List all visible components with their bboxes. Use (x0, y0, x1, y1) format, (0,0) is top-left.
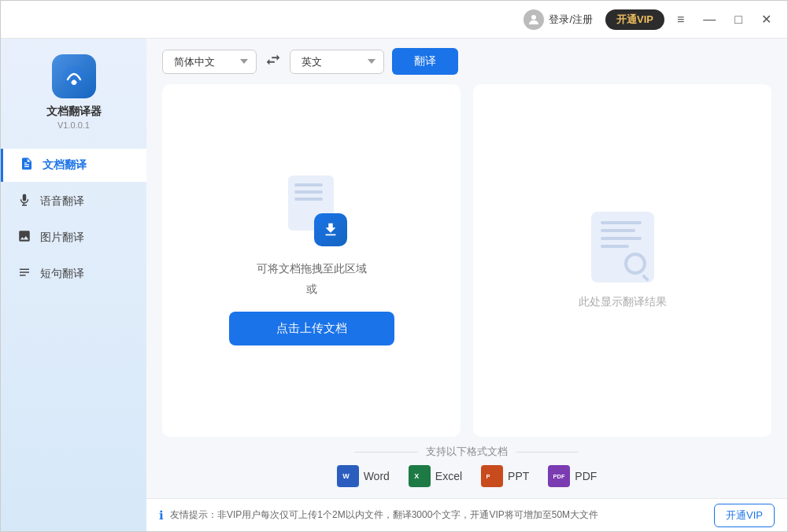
login-label: 登录/注册 (549, 13, 593, 27)
nav-menu: 文档翻译 语音翻译 图片翻译 短句翻译 (1, 149, 146, 290)
panels: 可将文档拖拽至此区域 或 点击上传文档 (146, 84, 787, 437)
sidebar: 文档翻译器 V1.0.0.1 文档翻译 语音翻译 图片翻译 (1, 39, 146, 531)
title-bar: 登录/注册 开通VIP ≡ — □ ✕ (1, 1, 787, 39)
app-logo (52, 54, 96, 98)
content-area: 简体中文 繁体中文 英文 日语 韩语 英文 简体中文 繁体中文 日语 韩语 翻译 (146, 39, 787, 531)
excel-label: Excel (435, 470, 462, 482)
pdf-icon: PDF (548, 465, 570, 487)
pdf-label: PDF (575, 470, 597, 482)
result-doc-lines (601, 221, 642, 248)
source-lang-select[interactable]: 简体中文 繁体中文 英文 日语 韩语 (162, 50, 257, 74)
tip-vip-button[interactable]: 开通VIP (714, 504, 775, 527)
doc-line-3 (294, 198, 323, 201)
result-search-icon (624, 253, 646, 275)
doc-lines (294, 183, 323, 201)
format-pdf: PDF PDF (548, 465, 597, 487)
result-line-4 (601, 245, 629, 248)
menu-button[interactable]: ≡ (671, 9, 690, 30)
doc-line-2 (294, 190, 323, 194)
minimize-button[interactable]: — (697, 9, 722, 30)
result-line-1 (601, 221, 642, 224)
formats-icons: W Word X Excel P PPT (337, 465, 597, 487)
user-avatar-icon (523, 9, 544, 30)
upload-icon-wrap (276, 175, 347, 246)
sidebar-item-image[interactable]: 图片翻译 (1, 221, 146, 254)
word-icon: W (337, 465, 359, 487)
sentence-icon (17, 265, 32, 283)
sidebar-item-voice[interactable]: 语音翻译 (1, 185, 146, 218)
toolbar: 简体中文 繁体中文 英文 日语 韩语 英文 简体中文 繁体中文 日语 韩语 翻译 (146, 39, 787, 84)
download-badge (314, 213, 347, 246)
mic-icon (17, 193, 32, 210)
upload-button[interactable]: 点击上传文档 (229, 312, 394, 345)
ppt-icon: P (481, 465, 503, 487)
formats-line-left (355, 452, 418, 453)
result-hint: 此处显示翻译结果 (579, 295, 667, 309)
svg-text:W: W (342, 472, 350, 480)
image-icon (17, 229, 32, 246)
upload-hint: 可将文档拖拽至此区域 或 (257, 259, 367, 298)
maximize-button[interactable]: □ (728, 9, 749, 30)
result-line-3 (601, 237, 642, 240)
doc-icon (19, 157, 35, 174)
svg-point-0 (531, 15, 536, 20)
word-label: Word (364, 470, 390, 482)
formats-line-right (516, 452, 579, 453)
format-word: W Word (337, 465, 390, 487)
sidebar-label-image: 图片翻译 (40, 231, 84, 245)
format-excel: X Excel (409, 465, 462, 487)
excel-icon: X (409, 465, 431, 487)
formats-label: 支持以下格式文档 (426, 445, 508, 459)
svg-text:PDF: PDF (553, 473, 565, 480)
format-ppt: P PPT (481, 465, 529, 487)
sidebar-label-sentence: 短句翻译 (40, 267, 84, 281)
tip-text: 友情提示：非VIP用户每次仅可上传1个2M以内文件，翻译3000个文字，开通VI… (170, 508, 708, 522)
login-button[interactable]: 登录/注册 (523, 9, 593, 30)
swap-lang-button[interactable] (265, 51, 282, 72)
result-placeholder: 此处显示翻译结果 (579, 84, 667, 437)
svg-text:P: P (486, 473, 490, 480)
tip-icon: ℹ (159, 508, 164, 523)
sidebar-label-voice: 语音翻译 (40, 194, 84, 209)
upload-panel: 可将文档拖拽至此区域 或 点击上传文档 (162, 84, 461, 437)
result-panel: 此处显示翻译结果 (473, 84, 771, 437)
result-doc-icon (591, 212, 654, 283)
sidebar-item-sentence[interactable]: 短句翻译 (1, 257, 146, 290)
formats-label-row: 支持以下格式文档 (162, 445, 771, 459)
app-title: 文档翻译器 (46, 105, 102, 119)
sidebar-item-doc[interactable]: 文档翻译 (1, 149, 146, 182)
tip-bar: ℹ 友情提示：非VIP用户每次仅可上传1个2M以内文件，翻译3000个文字，开通… (146, 498, 787, 531)
ppt-label: PPT (508, 470, 529, 482)
svg-text:X: X (414, 472, 419, 480)
main-layout: 文档翻译器 V1.0.0.1 文档翻译 语音翻译 图片翻译 (1, 39, 787, 531)
translate-button[interactable]: 翻译 (392, 48, 458, 75)
doc-line-1 (294, 183, 323, 187)
target-lang-select[interactable]: 英文 简体中文 繁体中文 日语 韩语 (290, 50, 384, 74)
vip-button[interactable]: 开通VIP (605, 9, 664, 30)
sidebar-label-doc: 文档翻译 (43, 158, 87, 172)
close-button[interactable]: ✕ (755, 9, 778, 30)
formats-bar: 支持以下格式文档 W Word X Excel (146, 437, 787, 498)
upload-area: 可将文档拖拽至此区域 或 点击上传文档 (229, 175, 394, 345)
app-version: V1.0.0.1 (57, 120, 90, 130)
result-line-2 (601, 229, 635, 232)
